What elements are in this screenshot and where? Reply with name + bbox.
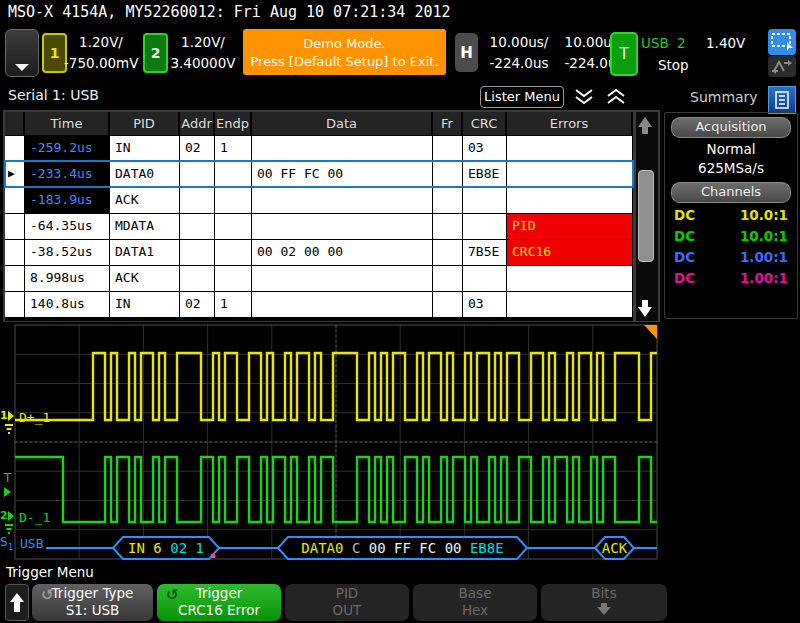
svg-text:ACK: ACK [602,540,628,556]
coupling-label: DC [674,205,695,226]
channel2-offset: 3.40000V [166,53,240,74]
horizontal-readout-1: 10.00us/ -224.0us [481,32,557,74]
bus-source-label: USB [20,536,43,551]
cell-fr [433,265,463,291]
demo-line1: Demo Mode. [303,36,385,51]
scroll-up-icon[interactable] [637,113,653,137]
lister-row[interactable]: -38.52usDATA100 02 00 007B5ECRC16 [5,239,633,265]
lister-row[interactable]: ▶-233.4usDATA000 FF FC 00EB8E [5,161,633,187]
cell-errors [507,265,633,291]
softkey-line1: PID [285,585,409,602]
lister-menu-button[interactable]: Lister Menu [480,86,564,108]
cell-time: -183.9us [25,187,110,213]
row-marker [5,213,25,239]
svg-text:T: T [3,471,12,485]
trigger-badge[interactable]: T [610,32,638,76]
softkey-pid: PID OUT [285,584,409,621]
summary-sidebar: Summary Acquisition Normal 625MSa/s Chan… [662,85,800,321]
decode-packet: DATA0 C 00 FF FC 00 EB8E [278,537,527,559]
cell-crc [463,265,507,291]
probe-ratio: 10.0:1 [740,205,788,226]
cell-addr [180,187,215,213]
svg-text:1: 1 [0,409,8,422]
tab-summary[interactable]: Summary [690,89,758,105]
sample-rate: 625MSa/s [665,159,797,178]
svg-text:IN 6 02 1: IN 6 02 1 [128,540,204,556]
lister-row[interactable]: 8.998usACK [5,265,633,291]
scrollbar-thumb[interactable] [638,170,654,262]
cell-fr [433,239,463,265]
lister-column-header: CRC [463,112,507,135]
lister-row[interactable]: 140.8usIN02103 [5,291,633,317]
lister-scrollbar[interactable] [634,110,660,323]
cell-fr [433,213,463,239]
decode-packet: IN 6 02 1 [113,537,219,559]
cell-time: 140.8us [25,291,110,317]
cell-errors: PID [507,213,633,239]
softkey-line2: S1: USB [32,602,153,619]
cell-data [252,265,433,291]
instrument-title: MSO-X 4154A, MY52260012: Fri Aug 10 07:2… [8,3,451,21]
lister-column-header [5,112,25,135]
trigger-level-marker-icon: T [0,470,16,500]
lister-column-header: Endp [215,112,252,135]
cell-addr: 02 [180,291,215,317]
waveform-compare-icon[interactable] [768,56,796,77]
softkey-bits: Bits [541,584,667,621]
channels-section-header: Channels [671,182,791,203]
coupling-label: DC [674,247,695,268]
cell-data [252,291,433,317]
probe-ratio: 10.0:1 [740,226,788,247]
double-chevron-down-icon[interactable] [572,88,596,106]
cell-errors [507,291,633,317]
softkey-trigger[interactable]: ↺ Trigger CRC16 Error [157,584,281,621]
softkey-trigger-type[interactable]: ↺ Trigger Type S1: USB [32,584,153,621]
cell-pid: DATA0 [110,161,180,187]
rotate-knob-icon: ↺ [166,587,179,604]
summary-content: Acquisition Normal 625MSa/s Channels DC1… [664,112,798,319]
cell-addr [180,265,215,291]
cell-pid: IN [110,291,180,317]
trigger-level: 1.40V [706,35,745,51]
channel-coupling-row: DC1.00:1 [665,268,797,289]
cell-crc [463,187,507,213]
lister-column-header: Fr [433,112,463,135]
acquisition-section-header: Acquisition [671,117,791,138]
lister-row[interactable]: -64.35usMDATAPID [5,213,633,239]
svg-text:2: 2 [0,509,8,522]
waveform-canvas: IN 6 02 1DATA0 C 00 FF FC 00 EB8EACK [0,322,660,563]
channel1-scale: 1.20V/ [64,32,138,53]
cell-crc: EB8E [463,161,507,187]
cell-errors [507,135,633,161]
double-chevron-up-icon[interactable] [604,88,628,106]
cell-data: 00 FF FC 00 [252,161,433,187]
ch1-ground-marker-icon: 1 [0,408,16,436]
horizontal-badge[interactable]: H [455,33,478,72]
probe-ratio: 1.00:1 [740,247,788,268]
lister-row[interactable]: -259.2usIN02103 [5,135,633,161]
menu-title: Trigger Menu [6,564,94,580]
cell-pid: IN [110,135,180,161]
scroll-down-icon[interactable] [637,296,653,320]
row-marker [5,239,25,265]
softkey-line2: Hex [413,602,537,619]
selection-rectangle-icon[interactable] [768,29,796,55]
channel2-badge[interactable]: 2 [143,33,168,73]
sidebar-list-icon[interactable] [768,86,796,114]
cell-endp: 1 [215,135,252,161]
channel-coupling-row: DC10.0:1 [665,226,797,247]
cell-time: -233.4us [25,161,110,187]
rotate-knob-icon: ↺ [41,587,54,604]
channel1-offset: -750.00mV [64,53,138,74]
menu-back-button[interactable] [5,584,29,621]
row-marker: ▶ [5,161,25,187]
lister-column-header: Errors [507,112,633,135]
main-menu-button[interactable] [5,29,39,77]
cell-addr [180,239,215,265]
softkey-line2: CRC16 Error [157,602,281,619]
softkey-line2: OUT [285,602,409,619]
lister-row[interactable]: -183.9usACK [5,187,633,213]
row-marker [5,265,25,291]
lister-panel: Serial 1: USB Lister Menu TimePIDAddrEnd… [0,85,660,321]
cell-pid: DATA1 [110,239,180,265]
